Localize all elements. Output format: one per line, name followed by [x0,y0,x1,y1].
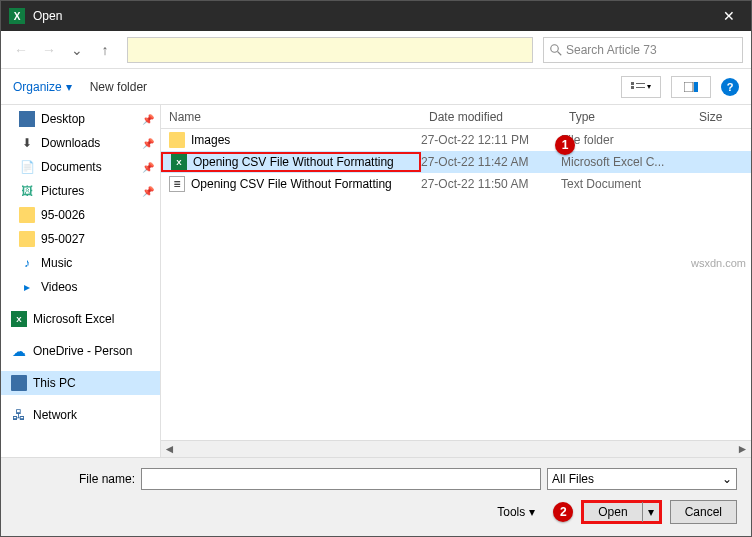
excel-icon: X [11,311,27,327]
svg-rect-3 [631,86,634,89]
file-row[interactable]: Images27-Oct-22 12:11 PMFile folder [161,129,751,151]
footer: File name: All Files ⌄ Tools ▾ 2 Open ▾ … [1,457,751,536]
download-icon: ⬇ [19,135,35,151]
tools-dropdown[interactable]: Tools ▾ [497,505,535,519]
list-view-icon [631,82,645,92]
cancel-button[interactable]: Cancel [670,500,737,524]
open-button[interactable]: Open ▾ [581,500,661,524]
sidebar-item-95-0027[interactable]: 95-0027 [1,227,160,251]
scroll-left[interactable]: ◄ [161,441,178,458]
svg-rect-4 [636,83,645,84]
column-headers: Name Date modified Type Size [161,105,751,129]
desktop-icon [19,111,35,127]
dropdown-icon: ⌄ [722,472,732,486]
sidebar-item-this-pc[interactable]: This PC [1,371,160,395]
col-size[interactable]: Size [691,110,751,124]
toolbar: Organize ▾ New folder ▾ ? [1,69,751,105]
svg-rect-5 [636,87,645,88]
file-row[interactable]: XOpening CSV File Without Formatting27-O… [161,151,751,173]
pin-icon: 📌 [142,162,154,173]
sidebar: Desktop📌⬇Downloads📌📄Documents📌🖼Pictures📌… [1,105,161,457]
sidebar-item-microsoft-excel[interactable]: XMicrosoft Excel [1,307,160,331]
sidebar-item-music[interactable]: ♪Music [1,251,160,275]
search-input[interactable]: Search Article 73 [543,37,743,63]
horizontal-scrollbar[interactable]: ◄ ► [161,440,751,457]
folder-icon [19,207,35,223]
doc-icon: 📄 [19,159,35,175]
preview-pane-button[interactable] [671,76,711,98]
pin-icon: 📌 [142,114,154,125]
folder-icon [169,132,185,148]
svg-point-0 [551,44,559,52]
sidebar-item-95-0026[interactable]: 95-0026 [1,203,160,227]
open-dialog: X Open ✕ ← → ⌄ ↑ Search Article 73 Organ… [0,0,752,537]
up-button[interactable]: ↑ [93,38,117,62]
svg-rect-6 [684,82,693,92]
sidebar-item-downloads[interactable]: ⬇Downloads📌 [1,131,160,155]
watermark: wsxdn.com [691,257,746,269]
callout-2: 2 [553,502,573,522]
file-row[interactable]: ≡Opening CSV File Without Formatting27-O… [161,173,751,195]
help-button[interactable]: ? [721,78,739,96]
address-bar[interactable] [127,37,533,63]
net-icon: 🖧 [11,407,27,423]
dropdown-icon: ▾ [66,80,72,94]
filename-label: File name: [15,472,135,486]
navigation-bar: ← → ⌄ ↑ Search Article 73 [1,31,751,69]
file-list: 1 Images27-Oct-22 12:11 PMFile folderXOp… [161,129,751,440]
excel-app-icon: X [9,8,25,24]
txt-icon: ≡ [169,176,185,192]
sidebar-item-pictures[interactable]: 🖼Pictures📌 [1,179,160,203]
svg-line-1 [558,51,562,55]
window-title: Open [33,9,706,23]
titlebar: X Open ✕ [1,1,751,31]
cloud-icon: ☁ [11,343,27,359]
close-button[interactable]: ✕ [706,1,751,31]
view-mode-button[interactable]: ▾ [621,76,661,98]
preview-icon [684,82,698,92]
pin-icon: 📌 [142,186,154,197]
pic-icon: 🖼 [19,183,35,199]
pin-icon: 📌 [142,138,154,149]
music-icon: ♪ [19,255,35,271]
filename-input[interactable] [141,468,541,490]
sidebar-item-documents[interactable]: 📄Documents📌 [1,155,160,179]
file-filter-select[interactable]: All Files ⌄ [547,468,737,490]
file-pane: Name Date modified Type Size 1 Images27-… [161,105,751,457]
monitor-icon [11,375,27,391]
sidebar-item-desktop[interactable]: Desktop📌 [1,107,160,131]
recent-dropdown[interactable]: ⌄ [65,38,89,62]
search-icon [550,44,562,56]
folder-icon [19,231,35,247]
video-icon: ▸ [19,279,35,295]
callout-1: 1 [555,135,575,155]
scroll-right[interactable]: ► [734,441,751,458]
open-split-dropdown[interactable]: ▾ [643,502,659,522]
col-name[interactable]: Name [161,110,421,124]
svg-rect-7 [694,82,698,92]
sidebar-item-onedrive---person[interactable]: ☁OneDrive - Person [1,339,160,363]
col-date[interactable]: Date modified [421,110,561,124]
search-placeholder: Search Article 73 [566,43,657,57]
dialog-body: Desktop📌⬇Downloads📌📄Documents📌🖼Pictures📌… [1,105,751,457]
sidebar-item-network[interactable]: 🖧Network [1,403,160,427]
dropdown-icon: ▾ [529,505,535,519]
svg-rect-2 [631,82,634,85]
organize-button[interactable]: Organize ▾ [13,80,72,94]
forward-button[interactable]: → [37,38,61,62]
new-folder-button[interactable]: New folder [90,80,147,94]
back-button[interactable]: ← [9,38,33,62]
excel-icon: X [171,154,187,170]
col-type[interactable]: Type [561,110,691,124]
sidebar-item-videos[interactable]: ▸Videos [1,275,160,299]
